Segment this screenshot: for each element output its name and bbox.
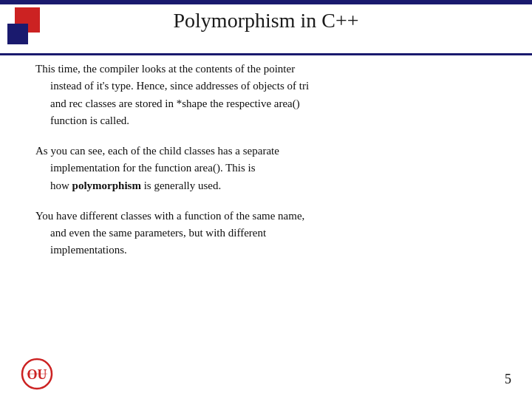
para1-line1: This time, the compiler looks at the con… [35,63,295,75]
para2-line3-post: is generally used. [141,180,221,191]
para1-line4: function is called. [35,112,497,129]
content-area: This time, the compiler looks at the con… [35,61,497,355]
slide-title: Polymorphism in C++ [174,9,359,32]
paragraph-2: As you can see, each of the child classe… [35,143,497,194]
page-number: 5 [505,372,511,387]
title-divider [0,53,532,55]
paragraph-1: This time, the compiler looks at the con… [35,61,497,129]
top-bar-decoration [0,0,532,4]
para3-line2: and even the same parameters, but with d… [35,225,497,242]
para1-line2: instead of it's type. Hence, since addre… [35,78,497,95]
para2-line3: how polymorphism is generally used. [35,177,497,194]
para2-line3-bold: polymorphism [72,180,141,191]
paragraph-3: You have different classes with a functi… [35,208,497,259]
para2-line3-pre: how [50,180,72,191]
para2-line1: As you can see, each of the child classe… [35,145,279,157]
para1-line3: and rec classes are stored in *shape the… [35,95,497,112]
ou-logo-icon: OU [21,358,53,390]
para3-line3: implementations. [35,242,497,259]
slide: Polymorphism in C++ This time, the compi… [0,0,532,399]
svg-text:OU: OU [27,367,47,382]
para3-line1: You have different classes with a functi… [35,210,304,222]
para2-line2: implementation for the function area(). … [35,160,497,177]
title-area: Polymorphism in C++ [0,9,532,33]
